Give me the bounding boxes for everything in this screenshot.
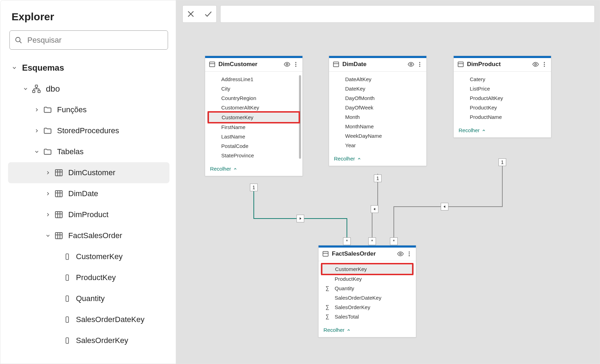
card-title: FactSalesOrder xyxy=(332,250,397,257)
folder-icon xyxy=(43,105,52,114)
table-card-factsalesorder[interactable]: FactSalesOrder CustomerKey ProductKey ∑Q… xyxy=(318,245,416,337)
field-item[interactable]: MonthName xyxy=(329,122,426,131)
model-canvas[interactable]: 1 1 1 * * * DimCustomer AddressL xyxy=(176,27,600,364)
field-item[interactable]: DayOfMonth xyxy=(329,93,426,103)
field-item-selected[interactable]: CustomerKey xyxy=(321,264,414,274)
table-card-dimdate[interactable]: DimDate DateAltKey DateKey DayOfMonth Da… xyxy=(329,56,427,166)
formula-bar-buttons xyxy=(182,5,217,23)
field-item[interactable]: City xyxy=(205,84,302,93)
field-item[interactable]: ∑SalesOrderKey xyxy=(319,302,416,312)
field-item[interactable]: ∑Quantity xyxy=(319,284,416,293)
svg-point-45 xyxy=(419,64,420,65)
collapse-button[interactable]: Recolher xyxy=(329,152,426,166)
tree-node-tables[interactable]: Tabelas xyxy=(8,141,169,162)
field-item[interactable]: LastName xyxy=(205,132,302,141)
chevron-down-icon xyxy=(45,233,51,238)
tree-col-salesorderkey[interactable]: SalesOrderKey xyxy=(8,330,169,351)
tree-node-dbo[interactable]: dbo xyxy=(8,78,169,99)
tree-col-salesorderdatekey[interactable]: SalesOrderDateKey xyxy=(8,309,169,330)
tree-node-storedprocedures[interactable]: StoredProcedures xyxy=(8,120,169,141)
more-options-icon[interactable] xyxy=(293,61,299,67)
dimproduct-label: DimProduct xyxy=(68,210,109,219)
svg-point-37 xyxy=(286,64,288,65)
field-item[interactable]: Month xyxy=(329,112,426,122)
chevron-right-icon xyxy=(34,128,40,134)
field-item[interactable]: AddressLine1 xyxy=(205,74,302,84)
svg-point-56 xyxy=(409,251,410,252)
field-item[interactable]: ListPrice xyxy=(454,84,551,93)
field-item[interactable]: DayOfWeek xyxy=(329,103,426,112)
svg-point-49 xyxy=(535,64,537,65)
table-card-dimproduct[interactable]: DimProduct Catery ListPrice ProductAltKe… xyxy=(453,56,551,138)
sigma-icon: ∑ xyxy=(326,304,329,310)
table-card-dimcustomer[interactable]: DimCustomer AddressLine1 City CountryReg… xyxy=(205,56,303,176)
filter-direction-icon xyxy=(441,203,448,210)
col-salesorderdatekey-label: SalesOrderDateKey xyxy=(76,315,145,324)
tree-node-dimdate[interactable]: DimDate xyxy=(8,183,169,204)
field-item[interactable]: DateAltKey xyxy=(329,74,426,84)
chevron-down-icon xyxy=(23,86,28,92)
field-item[interactable]: WeekDayName xyxy=(329,131,426,141)
tree-col-productkey[interactable]: ProductKey xyxy=(8,267,169,288)
tree-node-dimcustomer[interactable]: DimCustomer xyxy=(8,162,169,183)
collapse-button[interactable]: Recolher xyxy=(205,162,302,176)
search-input-wrapper[interactable] xyxy=(9,30,168,50)
chevron-right-icon xyxy=(34,107,40,113)
svg-point-50 xyxy=(544,62,545,63)
search-input[interactable] xyxy=(27,35,163,45)
cancel-icon[interactable] xyxy=(186,9,195,19)
cardinality-many: * xyxy=(368,237,376,245)
svg-rect-28 xyxy=(66,317,68,323)
confirm-icon[interactable] xyxy=(204,9,213,19)
card-body: CustomerKey ProductKey ∑Quantity SalesOr… xyxy=(319,261,416,323)
collapse-button[interactable]: Recolher xyxy=(319,323,416,337)
field-item[interactable]: ProductName xyxy=(454,112,551,122)
field-item[interactable]: Catery xyxy=(454,74,551,84)
dimcustomer-label: DimCustomer xyxy=(68,168,115,177)
card-body: DateAltKey DateKey DayOfMonth DayOfWeek … xyxy=(329,72,426,152)
field-item[interactable]: StateProvince xyxy=(205,151,302,160)
cardinality-one: 1 xyxy=(250,184,258,191)
svg-point-43 xyxy=(410,64,412,65)
field-item[interactable]: FirstName xyxy=(205,122,302,132)
field-item[interactable]: ProductKey xyxy=(454,103,551,112)
visibility-icon[interactable] xyxy=(397,250,404,257)
field-item[interactable]: ProductKey xyxy=(319,274,416,284)
model-canvas-area: 1 1 1 * * * DimCustomer AddressL xyxy=(176,0,600,364)
field-item[interactable]: DateKey xyxy=(329,84,426,93)
chevron-right-icon xyxy=(45,191,51,197)
svg-rect-29 xyxy=(66,338,68,344)
chevron-up-icon xyxy=(482,128,486,133)
svg-rect-25 xyxy=(66,254,68,260)
field-item[interactable]: SalesOrderDateKey xyxy=(319,293,416,302)
schema-name: dbo xyxy=(46,84,60,94)
visibility-icon[interactable] xyxy=(407,61,414,68)
field-item[interactable]: CountryRegion xyxy=(205,93,302,103)
filter-direction-icon xyxy=(371,205,378,213)
visibility-icon[interactable] xyxy=(532,61,539,68)
chevron-right-icon xyxy=(45,212,51,217)
field-item[interactable]: PostalCode xyxy=(205,141,302,151)
tree-node-dimproduct[interactable]: DimProduct xyxy=(8,204,169,225)
field-item-selected[interactable]: CustomerKey xyxy=(207,112,300,122)
tree-node-functions[interactable]: Funções xyxy=(8,99,169,120)
more-options-icon[interactable] xyxy=(541,61,547,67)
field-item[interactable]: ∑SalesTotal xyxy=(319,312,416,321)
tree-col-quantity[interactable]: Quantity xyxy=(8,288,169,309)
visibility-icon[interactable] xyxy=(284,61,291,68)
field-item[interactable]: ProductAltKey xyxy=(454,93,551,103)
cardinality-many: * xyxy=(343,237,351,245)
field-item[interactable]: Year xyxy=(329,141,426,150)
field-item[interactable]: CustomerAltKey xyxy=(205,103,302,112)
chevron-up-icon xyxy=(347,328,351,332)
more-options-icon[interactable] xyxy=(406,251,412,257)
more-options-icon[interactable] xyxy=(417,61,423,67)
col-productkey-label: ProductKey xyxy=(76,273,116,282)
collapse-button[interactable]: Recolher xyxy=(454,124,551,137)
tree-node-schemas[interactable]: Esquemas xyxy=(8,57,169,78)
folder-icon xyxy=(43,126,52,135)
tree-col-customerkey[interactable]: CustomerKey xyxy=(8,246,169,267)
svg-point-52 xyxy=(544,66,545,67)
tree-node-factsalesorder[interactable]: FactSalesOrder xyxy=(8,225,169,246)
formula-input[interactable] xyxy=(220,5,595,23)
